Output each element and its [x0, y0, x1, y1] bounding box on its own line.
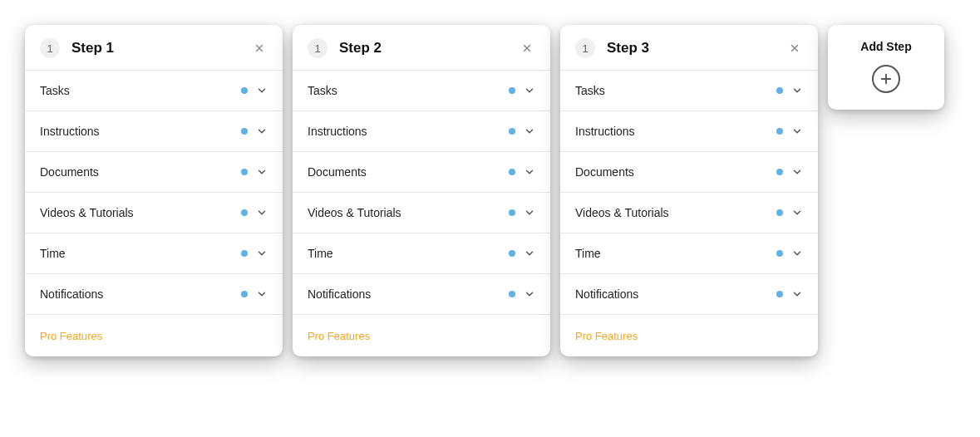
status-dot-icon [509, 291, 515, 297]
section-label: Videos & Tutorials [575, 206, 776, 219]
chevron-down-icon [256, 207, 268, 218]
status-dot-icon [776, 209, 783, 216]
status-dot-icon [509, 250, 515, 257]
section-label: Tasks [575, 84, 776, 97]
section-row-notifications[interactable]: Notifications [560, 274, 818, 315]
step-number-badge: 1 [40, 38, 60, 58]
step-title: Step 3 [607, 40, 786, 56]
section-row-tasks[interactable]: Tasks [560, 71, 818, 111]
chevron-down-icon [524, 166, 535, 178]
plus-circle-icon [872, 65, 900, 93]
close-step-button[interactable] [786, 40, 803, 56]
chevron-down-icon [791, 85, 803, 96]
section-row-notifications[interactable]: Notifications [25, 274, 283, 315]
close-icon [254, 42, 265, 54]
section-label: Documents [575, 165, 776, 179]
status-dot-icon [241, 128, 248, 135]
add-step-button[interactable]: Add Step [828, 25, 944, 110]
step-header: 1 Step 1 [25, 25, 283, 71]
section-row-notifications[interactable]: Notifications [293, 274, 550, 315]
status-dot-icon [776, 250, 783, 257]
chevron-down-icon [524, 207, 535, 218]
close-icon [521, 42, 533, 54]
status-dot-icon [241, 209, 248, 216]
section-row-time[interactable]: Time [25, 233, 283, 274]
section-label: Notifications [308, 287, 509, 301]
section-label: Instructions [575, 125, 776, 138]
step-header: 1 Step 2 [293, 25, 550, 71]
status-dot-icon [509, 87, 515, 94]
section-label: Videos & Tutorials [40, 206, 241, 219]
section-row-videos[interactable]: Videos & Tutorials [560, 193, 818, 233]
chevron-down-icon [256, 125, 268, 137]
chevron-down-icon [524, 288, 535, 300]
chevron-down-icon [524, 85, 535, 96]
status-dot-icon [776, 169, 783, 175]
step-title: Step 2 [339, 40, 519, 56]
step-card-1: 1 Step 1 Tasks Instructions Documents Vi… [25, 25, 283, 356]
section-label: Documents [40, 165, 241, 179]
pro-features-row: Pro Features [25, 315, 283, 356]
chevron-down-icon [791, 288, 803, 300]
section-label: Notifications [575, 287, 776, 301]
close-icon [789, 42, 800, 54]
chevron-down-icon [791, 207, 803, 218]
section-row-documents[interactable]: Documents [560, 152, 818, 193]
chevron-down-icon [256, 248, 268, 259]
status-dot-icon [776, 87, 783, 94]
step-number-badge: 1 [575, 38, 595, 58]
section-label: Tasks [308, 84, 509, 97]
section-label: Documents [308, 165, 509, 179]
chevron-down-icon [791, 248, 803, 259]
status-dot-icon [776, 291, 783, 297]
step-number-badge: 1 [308, 38, 327, 58]
section-label: Instructions [40, 125, 241, 138]
pro-features-link[interactable]: Pro Features [308, 330, 370, 342]
section-row-instructions[interactable]: Instructions [560, 111, 818, 152]
chevron-down-icon [791, 125, 803, 137]
close-step-button[interactable] [519, 40, 535, 56]
pro-features-link[interactable]: Pro Features [40, 330, 102, 342]
section-row-time[interactable]: Time [560, 233, 818, 274]
pro-features-link[interactable]: Pro Features [575, 330, 638, 342]
status-dot-icon [241, 291, 248, 297]
section-row-videos[interactable]: Videos & Tutorials [25, 193, 283, 233]
pro-features-row: Pro Features [560, 315, 818, 356]
status-dot-icon [241, 87, 248, 94]
section-label: Time [40, 247, 241, 260]
chevron-down-icon [256, 85, 268, 96]
status-dot-icon [509, 128, 515, 135]
section-row-instructions[interactable]: Instructions [25, 111, 283, 152]
close-step-button[interactable] [251, 40, 268, 56]
chevron-down-icon [791, 166, 803, 178]
status-dot-icon [509, 169, 515, 175]
section-row-tasks[interactable]: Tasks [25, 71, 283, 111]
chevron-down-icon [524, 248, 535, 259]
section-label: Videos & Tutorials [308, 206, 509, 219]
status-dot-icon [241, 250, 248, 257]
section-label: Instructions [308, 125, 509, 138]
chevron-down-icon [256, 288, 268, 300]
status-dot-icon [776, 128, 783, 135]
section-row-instructions[interactable]: Instructions [293, 111, 550, 152]
section-label: Time [575, 247, 776, 260]
chevron-down-icon [256, 166, 268, 178]
status-dot-icon [241, 169, 248, 175]
section-label: Time [308, 247, 509, 260]
section-label: Tasks [40, 84, 241, 97]
section-row-time[interactable]: Time [293, 233, 550, 274]
step-card-3: 1 Step 3 Tasks Instructions Documents Vi… [560, 25, 818, 356]
section-row-documents[interactable]: Documents [293, 152, 550, 193]
status-dot-icon [509, 209, 515, 216]
step-title: Step 1 [71, 40, 251, 56]
section-row-documents[interactable]: Documents [25, 152, 283, 193]
step-card-2: 1 Step 2 Tasks Instructions Documents Vi… [293, 25, 550, 356]
pro-features-row: Pro Features [293, 315, 550, 356]
section-row-videos[interactable]: Videos & Tutorials [293, 193, 550, 233]
chevron-down-icon [524, 125, 535, 137]
add-step-label: Add Step [860, 40, 911, 53]
section-row-tasks[interactable]: Tasks [293, 71, 550, 111]
step-header: 1 Step 3 [560, 25, 818, 71]
section-label: Notifications [40, 287, 241, 301]
